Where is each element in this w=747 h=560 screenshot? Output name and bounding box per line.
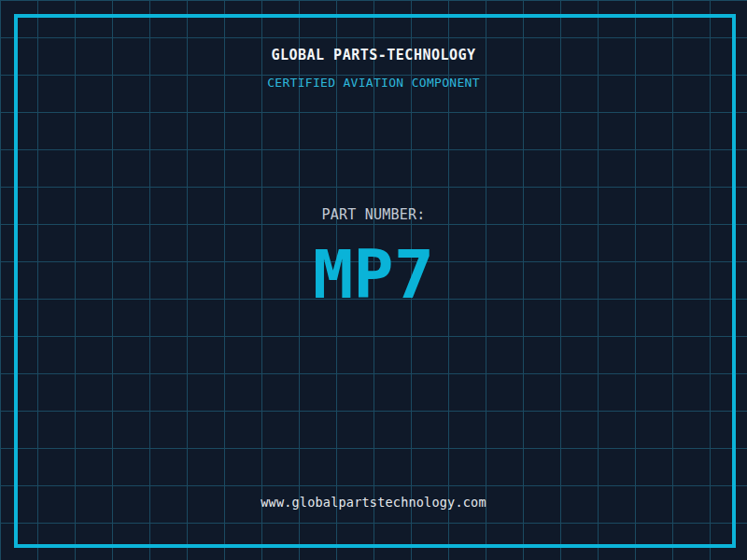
website-url: www.globalpartstechnology.com: [0, 495, 747, 510]
part-number-value: MP7: [0, 241, 747, 308]
company-title: GLOBAL PARTS-TECHNOLOGY: [0, 47, 747, 63]
part-number-label: PART NUMBER:: [0, 206, 747, 223]
blueprint-certificate-page: { "header": { "title": "GLOBAL PARTS-TEC…: [0, 0, 747, 560]
certification-subtitle: CERTIFIED AVIATION COMPONENT: [0, 76, 747, 90]
